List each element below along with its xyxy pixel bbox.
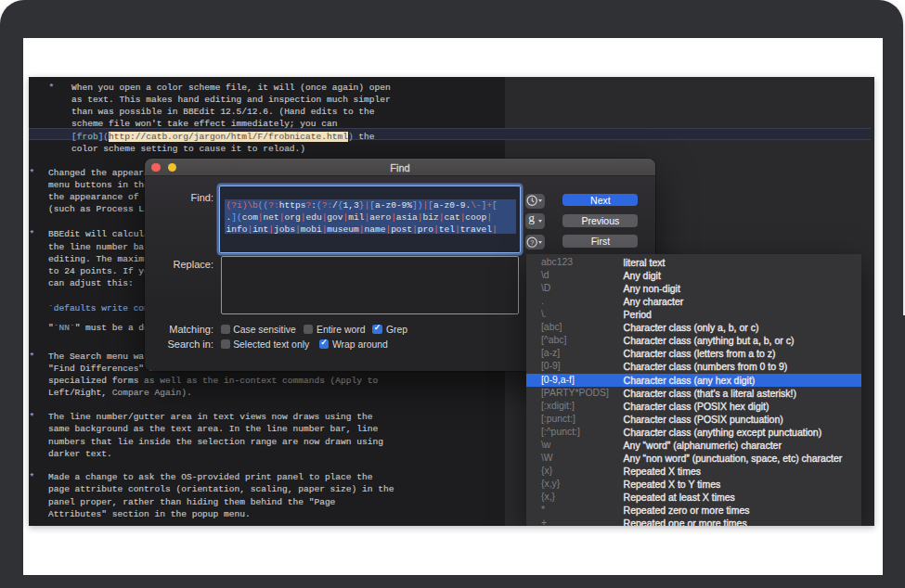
svg-text:?: ? bbox=[531, 238, 535, 247]
